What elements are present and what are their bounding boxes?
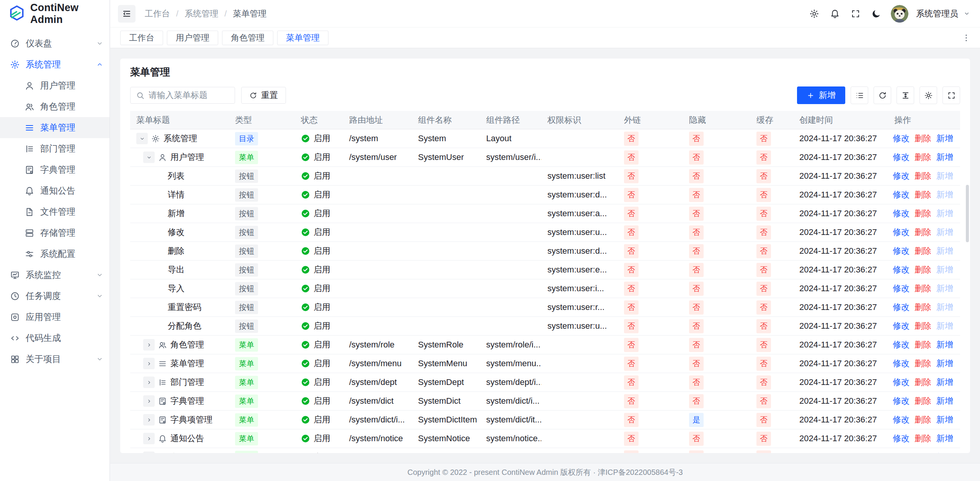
delete-link[interactable]: 删除 xyxy=(915,358,931,369)
settings-icon[interactable] xyxy=(806,5,823,22)
delete-link[interactable]: 删除 xyxy=(915,395,931,407)
delete-link[interactable]: 删除 xyxy=(915,452,931,453)
sidebar-item-任务调度[interactable]: 任务调度 xyxy=(0,285,109,307)
add-link[interactable]: 新增 xyxy=(936,189,953,201)
edit-link[interactable]: 修改 xyxy=(893,208,910,219)
density-list-button[interactable] xyxy=(851,86,868,104)
delete-link[interactable]: 删除 xyxy=(915,170,931,182)
expand-toggle[interactable] xyxy=(136,133,148,144)
delete-link[interactable]: 删除 xyxy=(915,377,931,388)
edit-link[interactable]: 修改 xyxy=(893,189,910,201)
sidebar-item-菜单管理[interactable]: 菜单管理 xyxy=(0,117,109,138)
add-link[interactable]: 新增 xyxy=(936,414,953,426)
delete-link[interactable]: 删除 xyxy=(915,208,931,219)
delete-link[interactable]: 删除 xyxy=(915,339,931,351)
delete-link[interactable]: 删除 xyxy=(915,414,931,426)
add-link[interactable]: 新增 xyxy=(936,302,953,313)
username[interactable]: 系统管理员 xyxy=(916,8,958,20)
edit-link[interactable]: 修改 xyxy=(893,414,910,426)
sidebar-item-系统管理[interactable]: 系统管理 xyxy=(0,54,109,75)
add-link[interactable]: 新增 xyxy=(936,152,953,163)
add-link[interactable]: 新增 xyxy=(936,320,953,332)
delete-link[interactable]: 删除 xyxy=(915,245,931,257)
edit-link[interactable]: 修改 xyxy=(893,283,910,294)
edit-link[interactable]: 修改 xyxy=(893,358,910,369)
edit-link[interactable]: 修改 xyxy=(893,152,910,163)
edit-link[interactable]: 修改 xyxy=(893,133,910,144)
add-link[interactable]: 新增 xyxy=(936,133,953,144)
sidebar-item-文件管理[interactable]: 文件管理 xyxy=(0,201,109,222)
sidebar-item-系统监控[interactable]: 系统监控 xyxy=(0,264,109,285)
add-link[interactable]: 新增 xyxy=(936,433,953,444)
expand-toggle[interactable] xyxy=(143,414,155,426)
add-link[interactable]: 新增 xyxy=(936,170,953,182)
sidebar-item-通知公告[interactable]: 通知公告 xyxy=(0,180,109,201)
edit-link[interactable]: 修改 xyxy=(893,320,910,332)
sidebar-item-仪表盘[interactable]: 仪表盘 xyxy=(0,33,109,54)
sidebar-item-关于项目[interactable]: 关于项目 xyxy=(0,349,109,370)
delete-link[interactable]: 删除 xyxy=(915,302,931,313)
add-link[interactable]: 新增 xyxy=(936,208,953,219)
add-link[interactable]: 新增 xyxy=(936,452,953,453)
row-height-button[interactable] xyxy=(897,86,914,104)
brand[interactable]: ContiNew Admin xyxy=(0,0,109,28)
notifications-icon[interactable] xyxy=(826,5,843,22)
table-fullscreen-button[interactable] xyxy=(942,86,960,104)
avatar[interactable] xyxy=(891,5,908,23)
breadcrumb-item-工作台[interactable]: 工作台 xyxy=(145,8,170,20)
delete-link[interactable]: 删除 xyxy=(915,433,931,444)
add-link[interactable]: 新增 xyxy=(936,377,953,388)
expand-toggle[interactable] xyxy=(143,395,155,407)
add-link[interactable]: 新增 xyxy=(936,395,953,407)
edit-link[interactable]: 修改 xyxy=(893,170,910,182)
sidebar-item-应用管理[interactable]: 应用管理 xyxy=(0,307,109,328)
table-scrollbar[interactable] xyxy=(966,185,969,242)
edit-link[interactable]: 修改 xyxy=(893,302,910,313)
edit-link[interactable]: 修改 xyxy=(893,452,910,453)
expand-toggle[interactable] xyxy=(143,339,155,351)
edit-link[interactable]: 修改 xyxy=(893,227,910,238)
sidebar-item-系统配置[interactable]: 系统配置 xyxy=(0,243,109,264)
add-link[interactable]: 新增 xyxy=(936,283,953,294)
delete-link[interactable]: 删除 xyxy=(915,189,931,201)
sidebar-collapse-button[interactable] xyxy=(118,5,136,23)
edit-link[interactable]: 修改 xyxy=(893,433,910,444)
edit-link[interactable]: 修改 xyxy=(893,245,910,257)
sidebar-item-部门管理[interactable]: 部门管理 xyxy=(0,138,109,159)
edit-link[interactable]: 修改 xyxy=(893,395,910,407)
sidebar-item-存储管理[interactable]: 存储管理 xyxy=(0,222,109,243)
fullscreen-icon[interactable] xyxy=(847,5,864,22)
edit-link[interactable]: 修改 xyxy=(893,339,910,351)
add-link[interactable]: 新增 xyxy=(936,339,953,351)
expand-toggle[interactable] xyxy=(143,358,155,369)
reset-button[interactable]: 重置 xyxy=(241,87,286,104)
sidebar-item-角色管理[interactable]: 角色管理 xyxy=(0,96,109,117)
delete-link[interactable]: 删除 xyxy=(915,264,931,276)
user-menu-chevron-icon[interactable] xyxy=(964,10,970,17)
add-link[interactable]: 新增 xyxy=(936,264,953,276)
add-link[interactable]: 新增 xyxy=(936,358,953,369)
refresh-table-button[interactable] xyxy=(874,86,891,104)
delete-link[interactable]: 删除 xyxy=(915,283,931,294)
expand-toggle[interactable] xyxy=(143,377,155,388)
tab-角色管理[interactable]: 角色管理 xyxy=(222,31,273,45)
tab-工作台[interactable]: 工作台 xyxy=(120,31,163,45)
sidebar-item-字典管理[interactable]: 字典管理 xyxy=(0,159,109,180)
tab-用户管理[interactable]: 用户管理 xyxy=(167,31,218,45)
sidebar-item-用户管理[interactable]: 用户管理 xyxy=(0,75,109,96)
edit-link[interactable]: 修改 xyxy=(893,377,910,388)
delete-link[interactable]: 删除 xyxy=(915,227,931,238)
delete-link[interactable]: 删除 xyxy=(915,320,931,332)
expand-toggle[interactable] xyxy=(143,452,155,453)
dark-mode-icon[interactable] xyxy=(868,5,885,22)
expand-toggle[interactable] xyxy=(143,152,155,163)
add-button[interactable]: 新增 xyxy=(797,86,845,104)
sidebar-item-代码生成[interactable]: 代码生成 xyxy=(0,328,109,349)
search-input[interactable] xyxy=(149,90,229,100)
expand-toggle[interactable] xyxy=(143,433,155,444)
edit-link[interactable]: 修改 xyxy=(893,264,910,276)
breadcrumb-item-系统管理[interactable]: 系统管理 xyxy=(185,8,218,20)
breadcrumb-item-菜单管理[interactable]: 菜单管理 xyxy=(233,8,266,20)
delete-link[interactable]: 删除 xyxy=(915,152,931,163)
add-link[interactable]: 新增 xyxy=(936,245,953,257)
